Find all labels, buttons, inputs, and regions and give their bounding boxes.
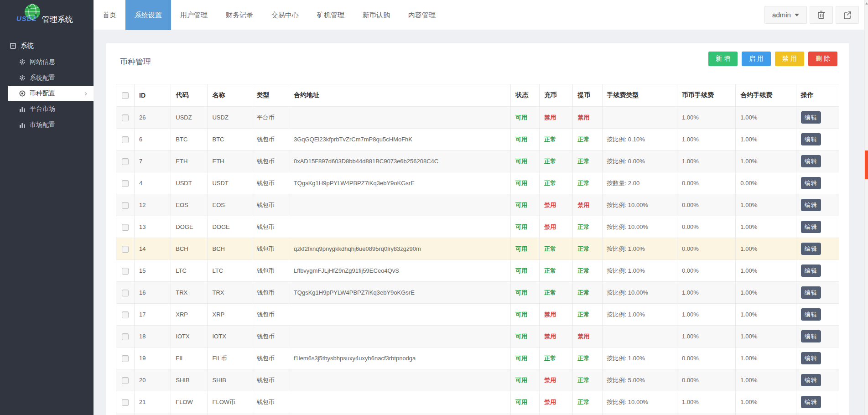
nav-tab-miner-management[interactable]: 矿机管理 [308, 0, 353, 30]
row-checkbox[interactable] [122, 311, 129, 318]
row-checkbox[interactable] [122, 246, 129, 253]
cell-type: 钱包币 [252, 238, 289, 260]
page-scrollbar[interactable] [864, 0, 868, 415]
edit-button[interactable]: 编辑 [801, 133, 821, 145]
edit-button[interactable]: 编辑 [801, 352, 821, 364]
cell-withdraw: 正常 [573, 216, 602, 238]
row-checkbox[interactable] [122, 399, 129, 406]
enable-button[interactable]: 启 用 [742, 52, 771, 66]
cell-fee-type: 按比例: 10.00% [602, 391, 677, 413]
sidebar-item-site-info[interactable]: 网站信息 [0, 54, 94, 70]
disable-button[interactable]: 禁 用 [775, 52, 804, 66]
row-checkbox[interactable] [122, 202, 129, 209]
cell-contract-address: TQgsKg1H9pPYLW4PBPZ7iKq3ebY9oKGsrE [289, 172, 510, 194]
cell-coin-fee: 0.00% [677, 172, 736, 194]
cell-deposit: 禁用 [540, 216, 573, 238]
nav-tab-finance-records[interactable]: 财务记录 [217, 0, 262, 30]
row-checkbox[interactable] [122, 224, 129, 231]
withdraw-badge: 正常 [577, 377, 589, 384]
edit-button[interactable]: 编辑 [801, 396, 821, 408]
sidebar-item-coin-config[interactable]: 币种配置› [8, 86, 94, 101]
cell-fee-type [602, 326, 677, 348]
row-checkbox[interactable] [122, 355, 129, 362]
edit-button[interactable]: 编辑 [801, 199, 821, 211]
edit-button[interactable]: 编辑 [801, 286, 821, 299]
cell-type: 钱包币 [252, 326, 289, 348]
edit-button[interactable]: 编辑 [801, 308, 821, 321]
sidebar-item-system-config[interactable]: 系统配置 [0, 70, 94, 86]
nav-tab-trade-center[interactable]: 交易中心 [262, 0, 308, 30]
add-button[interactable]: 新 增 [708, 52, 738, 66]
nav-tab-new-coin-subscribe[interactable]: 新币认购 [353, 0, 399, 30]
row-checkbox[interactable] [122, 158, 129, 165]
content-area: 币种管理 新 增启 用禁 用删 除 ID代码名称类型合约地址状态充币提币手续费类… [94, 30, 864, 415]
table-row: 14BCHBCH钱包币qzkf2fxnq9pnygkkdhqhj6ue0895r… [116, 238, 839, 260]
sidebar-item-platform-market[interactable]: 平台市场 [0, 101, 94, 117]
row-checkbox[interactable] [122, 268, 129, 275]
cell-name: IOTX [208, 326, 252, 348]
cell-contract-address [289, 391, 510, 413]
cell-code: FLOW [171, 391, 208, 413]
admin-dropdown[interactable]: admin [764, 6, 807, 24]
cell-deposit: 正常 [540, 172, 573, 194]
cell-status: 可用 [511, 172, 540, 194]
withdraw-badge: 正常 [577, 355, 589, 362]
sidebar-section-system[interactable]: 系统 [0, 37, 94, 54]
nav-tab-home[interactable]: 首页 [94, 0, 125, 30]
cell-type: 钱包币 [252, 216, 289, 238]
cell-id: 17 [135, 304, 171, 326]
row-checkbox[interactable] [122, 136, 129, 143]
scrollbar-up-arrow-icon[interactable] [865, 2, 868, 5]
cell-deposit: 禁用 [540, 304, 573, 326]
row-checkbox[interactable] [122, 333, 129, 340]
edit-button[interactable]: 编辑 [801, 155, 821, 167]
cell-fee-type: 按比例: 10.00% [602, 194, 677, 216]
cell-contract-address [289, 369, 510, 391]
edit-button[interactable]: 编辑 [801, 221, 821, 233]
cell-withdraw: 正常 [573, 369, 602, 391]
coin-management-card: 币种管理 新 增启 用禁 用删 除 ID代码名称类型合约地址状态充币提币手续费类… [106, 43, 849, 415]
cell-contract-address: 3GqGQEi23kfprbTvZrCm7mP8qu5cHMoFhK [289, 129, 510, 150]
edit-button[interactable]: 编辑 [801, 177, 821, 189]
cell-empty [677, 413, 736, 415]
gear-icon [19, 59, 26, 65]
sidebar-item-market-config[interactable]: 市场配置 [0, 117, 94, 133]
cell-withdraw: 正常 [573, 260, 602, 282]
cell-actions: 编辑 [796, 107, 839, 129]
cell-code: SHIB [171, 369, 208, 391]
scrollbar-thumb[interactable] [865, 150, 868, 179]
trash-button[interactable] [810, 6, 833, 24]
minus-square-icon [10, 43, 16, 49]
cell-status: 可用 [511, 194, 540, 216]
bar-chart-icon [19, 122, 26, 128]
edit-button[interactable]: 编辑 [801, 374, 821, 386]
row-checkbox[interactable] [122, 290, 129, 296]
cell-withdraw: 禁用 [573, 194, 602, 216]
cell-name: TRX [208, 282, 252, 304]
nav-tab-user-management[interactable]: 用户管理 [171, 0, 217, 30]
delete-button[interactable]: 删 除 [808, 52, 837, 66]
row-checkbox[interactable] [122, 180, 129, 187]
cell-actions: 编辑 [796, 194, 839, 216]
select-all-checkbox[interactable] [122, 92, 129, 99]
table-row: 6BTCBTC钱包币3GqGQEi23kfprbTvZrCm7mP8qu5cHM… [116, 129, 839, 150]
cell-type: 平台币 [252, 107, 289, 129]
cell-fee-type: 按比例: 1.00% [602, 304, 677, 326]
cell-id: 6 [135, 129, 171, 150]
cell-empty [135, 413, 171, 415]
edit-button[interactable]: 编辑 [801, 243, 821, 255]
row-checkbox[interactable] [122, 114, 129, 121]
deposit-badge: 正常 [544, 355, 556, 362]
sidebar-section-label: 系统 [21, 42, 34, 50]
cell-contract-address [289, 107, 510, 129]
nav-tab-content-management[interactable]: 内容管理 [399, 0, 445, 30]
logout-button[interactable] [836, 6, 859, 24]
cell-name: USDT [208, 172, 252, 194]
edit-button[interactable]: 编辑 [801, 111, 821, 124]
cell-name: BTC [208, 129, 252, 150]
nav-tab-system-settings[interactable]: 系统设置 [125, 0, 171, 30]
edit-button[interactable]: 编辑 [801, 265, 821, 277]
cell-fee-type: 按比例: 1.00% [602, 238, 677, 260]
row-checkbox[interactable] [122, 377, 129, 384]
edit-button[interactable]: 编辑 [801, 330, 821, 342]
